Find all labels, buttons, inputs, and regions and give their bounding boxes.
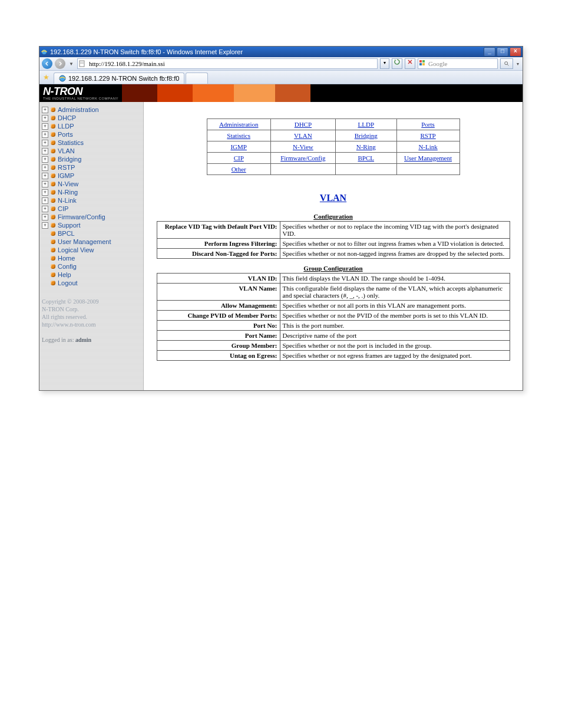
stop-button[interactable] — [405, 58, 415, 69]
tree-expand-icon[interactable]: + — [42, 206, 48, 212]
help-cell[interactable]: Other — [207, 164, 270, 175]
sidebar-item-n-view[interactable]: +N-View — [42, 180, 141, 188]
help-link-cip[interactable]: CIP — [234, 154, 244, 162]
tree-expand-icon[interactable]: + — [42, 123, 48, 130]
help-cell[interactable]: IGMP — [207, 141, 270, 153]
tree-expand-icon[interactable]: + — [42, 189, 48, 196]
sidebar-item-support[interactable]: +Support — [42, 221, 141, 229]
sidebar-item-cip[interactable]: +CIP — [42, 205, 141, 213]
tree-expand-icon[interactable]: + — [42, 156, 48, 163]
help-cell[interactable]: Administration — [207, 119, 270, 130]
help-cell[interactable]: CIP — [207, 153, 270, 164]
help-cell[interactable]: Bridging — [335, 130, 396, 141]
folder-dot-icon — [51, 206, 55, 211]
sidebar-item-administration[interactable]: +Administration — [42, 106, 141, 114]
tree-expand-icon[interactable]: + — [42, 115, 48, 121]
sidebar-item-logical-view[interactable]: +Logical View — [42, 246, 141, 254]
sidebar-item-config[interactable]: +Config — [42, 262, 141, 271]
help-cell[interactable]: User Management — [396, 153, 459, 164]
help-link-n-ring[interactable]: N-Ring — [356, 143, 376, 150]
maximize-button[interactable]: □ — [497, 47, 508, 57]
tree-expand-icon[interactable]: + — [42, 140, 48, 146]
help-cell[interactable]: Ports — [396, 119, 459, 130]
tree-expand-icon[interactable]: + — [42, 131, 48, 138]
help-cell[interactable]: N-Link — [396, 141, 459, 153]
sidebar-item-label: Administration — [58, 106, 99, 113]
help-link-other[interactable]: Other — [232, 166, 246, 173]
sidebar-item-n-link[interactable]: +N-Link — [42, 196, 141, 205]
help-link-user-management[interactable]: User Management — [404, 154, 452, 162]
help-link-administration[interactable]: Administration — [219, 121, 259, 128]
help-link-n-view[interactable]: N-View — [293, 143, 313, 150]
help-cell[interactable]: N-Ring — [335, 141, 396, 153]
sidebar-item-logout[interactable]: +Logout — [42, 279, 141, 287]
close-button[interactable]: × — [510, 47, 521, 57]
address-input[interactable] — [88, 60, 376, 68]
sidebar-item-dhcp[interactable]: +DHCP — [42, 114, 141, 122]
sidebar-item-help[interactable]: +Help — [42, 271, 141, 279]
help-link-statistics[interactable]: Statistics — [227, 132, 250, 139]
svg-point-0 — [42, 50, 47, 55]
address-dropdown-button[interactable]: ▾ — [380, 58, 389, 69]
help-cell[interactable]: DHCP — [270, 119, 335, 130]
help-cell[interactable]: VLAN — [270, 130, 335, 141]
tree-expand-icon[interactable]: + — [42, 107, 48, 113]
config-value: This configurable field displays the nam… — [280, 284, 510, 301]
favorites-icon[interactable]: ★ — [43, 73, 51, 81]
sidebar-item-home[interactable]: +Home — [42, 254, 141, 262]
help-cell[interactable]: RSTP — [396, 130, 459, 141]
sidebar-item-statistics[interactable]: +Statistics — [42, 139, 141, 147]
sidebar-item-label: Help — [58, 271, 71, 278]
search-dropdown[interactable]: ▾ — [515, 61, 520, 67]
help-link-dhcp[interactable]: DHCP — [295, 121, 312, 128]
sidebar-item-label: CIP — [58, 205, 68, 212]
help-link-rstp[interactable]: RSTP — [420, 132, 435, 139]
help-cell[interactable]: N-View — [270, 141, 335, 153]
address-bar[interactable] — [77, 58, 378, 69]
help-link-lldp[interactable]: LLDP — [358, 121, 375, 128]
help-cell[interactable]: BPCL — [335, 153, 396, 164]
sidebar-item-bpcl[interactable]: +BPCL — [42, 229, 141, 238]
config-key: Group Member: — [157, 341, 280, 351]
help-link-n-link[interactable]: N-Link — [418, 143, 437, 150]
search-input[interactable] — [427, 60, 507, 68]
tree-expand-icon[interactable]: + — [42, 164, 48, 171]
sidebar-item-lldp[interactable]: +LLDP — [42, 122, 141, 130]
search-button[interactable] — [500, 58, 513, 69]
help-link-firmware-config[interactable]: Firmware/Config — [280, 154, 325, 162]
nav-back-button[interactable] — [42, 58, 52, 69]
active-tab[interactable]: 192.168.1.229 N-TRON Switch fb:f8:f0 — [54, 73, 184, 84]
tree-expand-icon[interactable]: + — [42, 173, 48, 179]
sidebar-item-label: Support — [58, 222, 81, 229]
tree-expand-icon[interactable]: + — [42, 214, 48, 220]
nav-history-dropdown[interactable]: ▼ — [68, 61, 75, 67]
sidebar-item-user-management[interactable]: +User Management — [42, 238, 141, 246]
help-link-ports[interactable]: Ports — [421, 121, 435, 128]
sidebar-item-rstp[interactable]: +RSTP — [42, 163, 141, 172]
new-tab-button[interactable] — [186, 73, 208, 84]
config-value: Specifies whether or not to replace the … — [280, 222, 510, 239]
help-cell[interactable]: Statistics — [207, 130, 270, 141]
svg-rect-2 — [80, 62, 84, 62]
tree-expand-icon[interactable]: + — [42, 181, 48, 187]
sidebar-item-ports[interactable]: +Ports — [42, 130, 141, 139]
tree-expand-icon[interactable]: + — [42, 148, 48, 154]
sidebar-item-bridging[interactable]: +Bridging — [42, 155, 141, 163]
tree-expand-icon[interactable]: + — [42, 222, 48, 229]
help-cell[interactable]: LLDP — [335, 119, 396, 130]
help-link-bridging[interactable]: Bridging — [355, 132, 378, 139]
help-cell[interactable]: Firmware/Config — [270, 153, 335, 164]
help-link-igmp[interactable]: IGMP — [230, 143, 247, 150]
help-link-bpcl[interactable]: BPCL — [358, 154, 375, 162]
minimize-button[interactable]: _ — [484, 47, 495, 57]
help-link-vlan[interactable]: VLAN — [294, 132, 312, 139]
sidebar-item-firmware-config[interactable]: +Firmware/Config — [42, 213, 141, 221]
search-box[interactable] — [418, 58, 498, 69]
tree-expand-icon[interactable]: + — [42, 197, 48, 204]
sidebar-item-vlan[interactable]: +VLAN — [42, 147, 141, 155]
nav-forward-button[interactable] — [55, 58, 65, 69]
sidebar-item-label: RSTP — [58, 164, 75, 171]
sidebar-item-n-ring[interactable]: +N-Ring — [42, 188, 141, 196]
refresh-button[interactable] — [392, 58, 402, 69]
sidebar-item-igmp[interactable]: +IGMP — [42, 172, 141, 180]
